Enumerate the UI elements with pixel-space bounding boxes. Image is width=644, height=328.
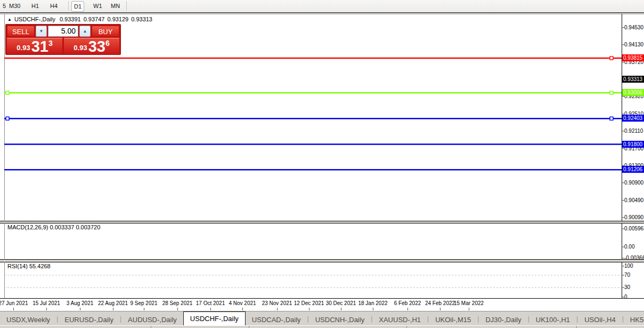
statusbar-divider (576, 326, 577, 328)
timeframe-toolbar: 5M30H1H4D1W1MN (0, 0, 644, 13)
price-label-box-0.93313: 0.93313 (622, 76, 644, 83)
timeframe-button-h1[interactable]: H1 (29, 1, 41, 11)
tab-xauusd-h1[interactable]: XAUUSD-,H1 (372, 314, 427, 326)
indicator-tick-label: 70 (624, 272, 630, 278)
volume-decrease-button[interactable]: ▼ (36, 26, 47, 37)
buy-price-big: 33 (88, 39, 105, 53)
timeframe-button-mn[interactable]: MN (109, 1, 122, 11)
collapse-panel-icon[interactable]: ▲ (7, 17, 12, 22)
statusbar-divider (249, 326, 249, 328)
line-handle[interactable] (610, 117, 613, 120)
indicator-tick-label: 0.00 (624, 244, 634, 250)
macd-values: 0.003337 0.003720 (50, 224, 100, 230)
price-tick-label: 0.94130 (624, 42, 643, 48)
price-tick-label: 0.94530 (624, 25, 643, 31)
tab-audusd-daily[interactable]: AUDUSD-,Daily (121, 314, 183, 326)
buy-price-display[interactable]: 0.93 33 6 (64, 38, 119, 54)
rsi-indicator-label: RSI(14) 55.4268 (7, 263, 51, 269)
ohlc-low: 0.93129 (107, 16, 128, 22)
tab-usdx-weekly[interactable]: USDX,Weekly (0, 314, 56, 326)
date-label: 23 Nov 2021 (262, 300, 292, 306)
line-handle[interactable] (610, 91, 613, 94)
price-label-box-0.93006: 0.93006 (622, 89, 644, 96)
tab-uk100-h1[interactable]: UK100-,H1 (529, 314, 576, 326)
timeframe-button-w1[interactable]: W1 (91, 1, 104, 11)
buy-price-prefix: 0.93 (74, 44, 87, 52)
date-label: 3 Aug 2021 (67, 300, 94, 306)
tab-hk50-daily[interactable]: HK50-,Daily (624, 314, 644, 326)
status-bar (0, 325, 644, 328)
tab-usdcnh-daily[interactable]: USDCNH-,Daily (309, 314, 371, 326)
indicator-tick-label: 0.005963 (624, 226, 644, 232)
date-label: 27 Jun 2021 (0, 300, 28, 306)
tab-usdcad-daily[interactable]: USDCAD-,Daily (246, 314, 307, 326)
indicator-tick-label: 0 (624, 294, 627, 300)
date-label: 15 Jul 2021 (32, 300, 60, 306)
tab-eurusd-daily[interactable]: EURUSD-,Daily (58, 314, 120, 326)
one-click-trade-panel: SELL ▼ 5.00 ▲ BUY 0.93 31 3 0.93 33 6 (5, 24, 121, 55)
price-tick-label: 0.92110 (624, 128, 643, 134)
line-handle[interactable] (610, 57, 613, 60)
indicator-tick-label: -0.003664 (624, 255, 644, 261)
date-label: 12 Dec 2021 (294, 300, 324, 306)
date-label: 30 Dec 2021 (326, 300, 356, 306)
sell-button[interactable]: SELL (7, 26, 35, 37)
sell-price-display[interactable]: 0.93 31 3 (7, 38, 62, 54)
indicator-tick-label: 100 (624, 263, 633, 269)
timeframe-button-d1[interactable]: D1 (71, 1, 84, 12)
price-tick-label: 0.90490 (624, 197, 643, 204)
line-handle[interactable] (6, 117, 9, 120)
pane-splitter-macd[interactable] (0, 221, 644, 223)
date-label: 18 Jan 2022 (358, 300, 387, 306)
timeframe-button-h4[interactable]: H4 (48, 1, 60, 11)
date-label: 9 Sep 2021 (130, 300, 157, 306)
date-label: 17 Oct 2021 (196, 300, 225, 306)
price-label-box-0.93815: 0.93815 (622, 54, 644, 61)
sell-price-pip: 3 (48, 39, 53, 47)
toolbar-separator (68, 1, 69, 11)
price-tick-label: 0.90090 (624, 214, 643, 221)
volume-increase-button[interactable]: ▲ (79, 26, 91, 37)
ohlc-open: 0.93391 (60, 16, 81, 22)
buy-button[interactable]: BUY (92, 26, 119, 37)
tab-dj30-daily[interactable]: DJ30-,Daily (479, 314, 527, 326)
volume-input[interactable]: 5.00 (48, 26, 78, 37)
pane-splitter-rsi[interactable] (0, 260, 644, 262)
buy-price-pip: 6 (105, 39, 110, 47)
rsi-value: 55.4268 (29, 263, 51, 269)
timeframe-button-m30[interactable]: M30 (7, 1, 22, 11)
tab-usoil-h4[interactable]: USOil-,H4 (578, 314, 622, 326)
price-tick-label: 0.90900 (624, 180, 643, 186)
symbol-tab-bar: USDX,Weekly|EURUSD-,Daily|AUDUSD-,DailyU… (0, 311, 644, 326)
ohlc-high: 0.93747 (84, 16, 105, 22)
date-label: 6 Feb 2022 (394, 300, 421, 306)
sell-price-prefix: 0.93 (17, 44, 30, 52)
indicator-tick-label: 30 (624, 284, 630, 291)
date-label: 15 Mar 2022 (454, 300, 484, 306)
price-label-box-0.91800: 0.91800 (622, 141, 644, 148)
tab-ukoil-m15[interactable]: UKOil-,M15 (429, 314, 477, 326)
date-label: 24 Feb 2022 (425, 300, 455, 306)
price-label-box-0.91206: 0.91206 (622, 166, 644, 173)
chart-symbol-label: USDCHF-,Daily (14, 16, 55, 22)
ohlc-close: 0.93313 (131, 16, 152, 22)
mt4-terminal-window: 5M30H1H4D1W1MN ▲USDCHF-,Daily0.933910.93… (0, 0, 644, 328)
price-label-box-0.92403: 0.92403 (622, 115, 644, 122)
date-label: 28 Sep 2021 (162, 300, 193, 306)
line-handle[interactable] (6, 91, 9, 94)
statusbar-divider (406, 326, 407, 328)
sell-price-big: 31 (31, 39, 48, 53)
date-label: 22 Aug 2021 (98, 300, 128, 306)
toolbar-separator (126, 1, 127, 11)
chart-title: ▲USDCHF-,Daily0.933910.937470.931290.933… (7, 16, 155, 22)
tab-usdchf-daily[interactable]: USDCHF-,Daily (183, 311, 246, 326)
macd-indicator-label: MACD(12,26,9) 0.003337 0.003720 (7, 224, 100, 230)
statusbar-divider (151, 326, 151, 328)
date-label: 4 Nov 2021 (229, 300, 256, 306)
